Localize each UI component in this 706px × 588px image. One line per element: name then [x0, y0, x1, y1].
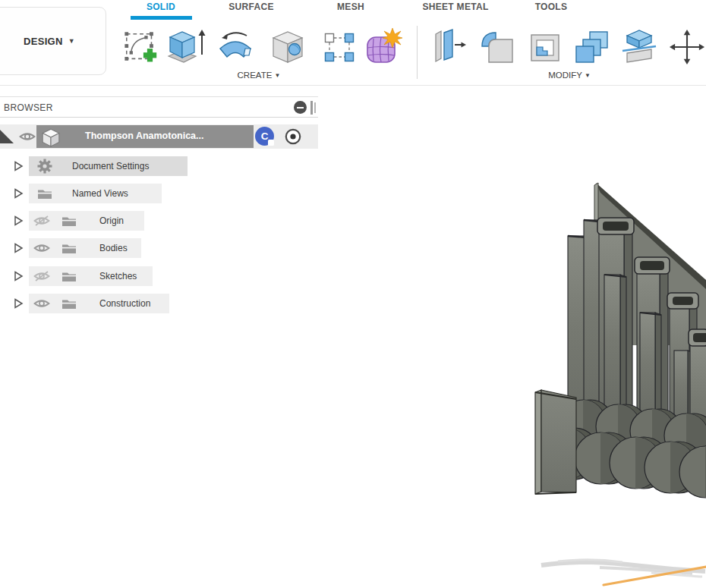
- fillet-button[interactable]: [477, 25, 518, 69]
- design-workspace-menu[interactable]: DESIGN ▼: [0, 7, 106, 75]
- extrude-icon: [162, 27, 210, 67]
- gear-icon: [37, 159, 52, 174]
- expand-collapse-icon[interactable]: [0, 130, 14, 143]
- expand-arrow-icon[interactable]: [12, 160, 24, 172]
- browser-item-named-views[interactable]: Named Views: [0, 184, 318, 203]
- root-document-name: Thompson Anamotonica...: [85, 130, 203, 141]
- move-copy-button[interactable]: [668, 25, 706, 69]
- tab-mesh[interactable]: MESH: [337, 2, 364, 14]
- hole-button[interactable]: [267, 25, 308, 69]
- shell-button[interactable]: [525, 25, 565, 69]
- folder-icon: [61, 243, 77, 254]
- create-sketch-icon: [122, 27, 160, 67]
- shell-icon: [525, 27, 565, 67]
- base-slab: [535, 390, 576, 494]
- browser-header: BROWSER: [0, 96, 318, 118]
- visibility-eye-icon[interactable]: [33, 243, 50, 253]
- browser-drag-handle[interactable]: [310, 101, 317, 115]
- expand-arrow-icon[interactable]: [12, 187, 24, 200]
- visibility-eye-icon[interactable]: [19, 131, 36, 142]
- expand-arrow-icon[interactable]: [12, 215, 24, 227]
- visibility-eye-icon[interactable]: [33, 298, 50, 309]
- browser-panel: BROWSER Thompson Anamotonica... C: [0, 96, 318, 324]
- expand-arrow-icon[interactable]: [12, 242, 24, 254]
- browser-item-origin[interactable]: Origin: [0, 211, 318, 231]
- visibility-hidden-eye-icon[interactable]: [33, 271, 50, 281]
- folder-icon: [61, 215, 77, 227]
- create-group-dropdown[interactable]: CREATE ▼: [238, 71, 281, 80]
- folder-icon: [61, 271, 77, 282]
- expand-arrow-icon[interactable]: [12, 297, 24, 310]
- ribbon-toolbar: DESIGN ▼ SOLID SURFACE MESH SHEET METAL …: [0, 0, 706, 86]
- browser-item-document-settings[interactable]: Document Settings: [0, 156, 318, 176]
- tab-sheet-metal[interactable]: SHEET METAL: [422, 2, 488, 14]
- tab-surface[interactable]: SURFACE: [229, 2, 273, 14]
- press-pull-button[interactable]: [428, 25, 468, 69]
- browser-root-row[interactable]: Thompson Anamotonica... C: [0, 124, 318, 149]
- folder-icon: [37, 188, 52, 200]
- model-body: [535, 183, 706, 498]
- combine-button[interactable]: [572, 25, 613, 69]
- split-body-icon: [619, 27, 660, 67]
- hole-icon: [267, 27, 308, 67]
- design-menu-label: DESIGN: [24, 36, 63, 47]
- browser-item-bodies[interactable]: Bodies: [0, 238, 318, 258]
- fillet-icon: [477, 27, 518, 67]
- create-form-icon: [363, 27, 402, 67]
- rectangular-pattern-icon: [322, 27, 357, 67]
- collapse-browser-icon[interactable]: [294, 101, 307, 114]
- component-cube-icon: [41, 127, 61, 147]
- active-tab-underline: [131, 16, 192, 20]
- extrude-button[interactable]: [162, 25, 210, 69]
- ground-shadow: [541, 560, 705, 577]
- activate-component-radio-icon[interactable]: [284, 127, 302, 146]
- chevron-down-icon: ▼: [585, 72, 591, 79]
- create-sketch-button[interactable]: [121, 25, 161, 69]
- visibility-hidden-eye-icon[interactable]: [33, 215, 50, 226]
- create-form-button[interactable]: [363, 25, 402, 69]
- chevron-down-icon: ▼: [275, 72, 281, 79]
- combine-icon: [572, 27, 613, 67]
- browser-item-construction[interactable]: Construction: [0, 294, 318, 313]
- toolbar-group-separator: [417, 26, 418, 79]
- move-copy-icon: [668, 27, 706, 67]
- revolve-button[interactable]: [216, 25, 255, 69]
- press-pull-icon: [428, 27, 468, 67]
- revolve-icon: [216, 27, 255, 67]
- rectangular-pattern-button[interactable]: [322, 25, 357, 69]
- tab-solid[interactable]: SOLID: [147, 2, 175, 14]
- cloud-document-badge: C: [255, 127, 274, 146]
- folder-icon: [61, 298, 77, 310]
- tab-tools[interactable]: TOOLS: [535, 2, 568, 14]
- split-body-button[interactable]: [619, 25, 660, 69]
- chevron-down-icon: ▼: [68, 37, 75, 45]
- modify-group-dropdown[interactable]: MODIFY ▼: [548, 71, 591, 80]
- browser-title: BROWSER: [4, 102, 53, 113]
- expand-arrow-icon[interactable]: [12, 270, 24, 282]
- browser-item-sketches[interactable]: Sketches: [0, 266, 318, 286]
- root-selection-highlight: Thompson Anamotonica...: [36, 125, 254, 148]
